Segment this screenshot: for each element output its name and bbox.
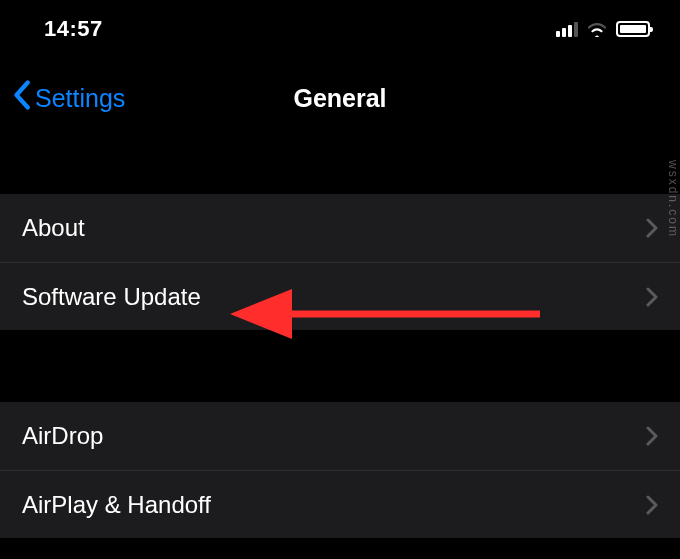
- settings-section: About Software Update: [0, 194, 680, 330]
- watermark: wsxdn.com: [666, 160, 680, 238]
- row-airdrop[interactable]: AirDrop: [0, 402, 680, 470]
- row-airplay-handoff[interactable]: AirPlay & Handoff: [0, 470, 680, 538]
- row-label: Software Update: [22, 283, 201, 311]
- navigation-bar: Settings General: [0, 58, 680, 138]
- chevron-right-icon: [646, 287, 658, 307]
- back-label: Settings: [35, 84, 125, 113]
- chevron-right-icon: [646, 495, 658, 515]
- chevron-right-icon: [646, 218, 658, 238]
- status-time: 14:57: [44, 16, 103, 42]
- wifi-icon: [586, 21, 608, 37]
- row-label: AirDrop: [22, 422, 103, 450]
- row-software-update[interactable]: Software Update: [0, 262, 680, 330]
- status-bar: 14:57: [0, 0, 680, 58]
- status-icons: [556, 21, 650, 37]
- settings-section: AirDrop AirPlay & Handoff: [0, 402, 680, 538]
- battery-icon: [616, 21, 650, 37]
- row-label: AirPlay & Handoff: [22, 491, 211, 519]
- chevron-left-icon: [12, 80, 31, 116]
- chevron-right-icon: [646, 426, 658, 446]
- row-about[interactable]: About: [0, 194, 680, 262]
- row-label: About: [22, 214, 85, 242]
- cellular-signal-icon: [556, 21, 578, 37]
- section-gap: [0, 138, 680, 194]
- section-gap: [0, 330, 680, 402]
- back-button[interactable]: Settings: [12, 80, 125, 116]
